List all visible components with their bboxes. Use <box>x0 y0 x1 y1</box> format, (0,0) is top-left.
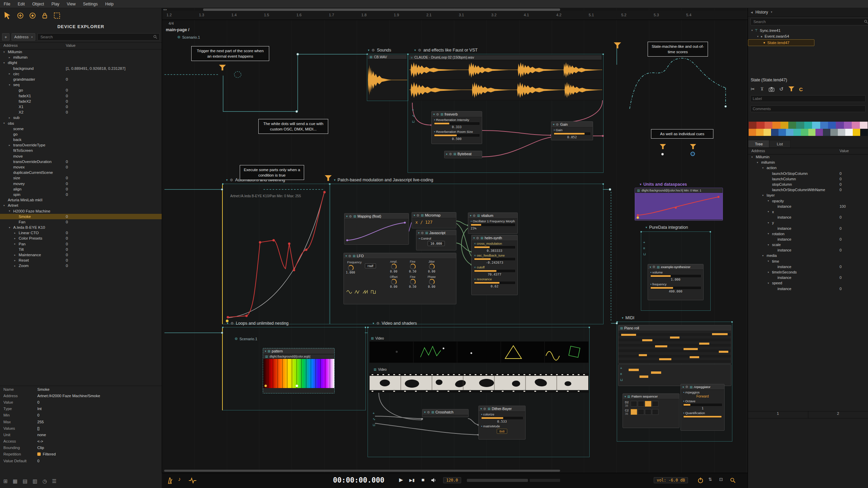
lfo-knob-cell[interactable]: Fine0.50 <box>403 275 422 288</box>
color-swatch[interactable] <box>749 129 756 136</box>
tab-list[interactable]: List <box>769 140 791 148</box>
param-row[interactable]: osc_feedback_tune-0.242673 <box>472 253 517 265</box>
lfo-mode-chip[interactable]: Half <box>365 263 376 268</box>
timeline-ruler[interactable]: 1.21.31.41.51.61.71.81.92.13.13.24.14.25… <box>162 11 748 20</box>
param-slider[interactable] <box>683 404 722 406</box>
expand-arrow-icon[interactable]: ▾ <box>768 210 772 213</box>
device-tree-row[interactable]: spin 0 <box>0 192 162 197</box>
param-slider[interactable] <box>434 122 479 125</box>
color-swatch[interactable] <box>796 122 804 129</box>
address-tree-row[interactable]: ▾ x <box>748 209 868 215</box>
metronome-icon[interactable] <box>166 477 173 484</box>
expand-arrow-icon[interactable]: ▾ <box>9 83 13 86</box>
expand-arrow-icon[interactable]: ▾ <box>757 161 761 164</box>
property-value[interactable]: Smoke <box>37 387 50 391</box>
param-slider[interactable] <box>474 246 515 248</box>
color-swatch[interactable] <box>793 129 801 136</box>
param-slider[interactable] <box>650 275 701 277</box>
expand-arrow-icon[interactable]: ▾ <box>3 204 8 207</box>
address-tree-row[interactable]: launchOrStopColumn 0 <box>748 171 868 176</box>
comment-box[interactable]: State-machine-like and out-of-time score… <box>648 42 708 57</box>
address-tree-row[interactable]: ▾ media <box>748 253 868 258</box>
device-tree-row[interactable]: ▸ Reset 0 <box>0 258 162 263</box>
expand-arrow-icon[interactable]: ▾ <box>768 271 772 274</box>
freeverb-node[interactable]: ▾⚙▤freeverb Reverberation Intensity0.333… <box>431 111 482 144</box>
address-tree-row[interactable]: ▾ rotation <box>748 231 868 237</box>
color-swatch[interactable] <box>852 122 860 129</box>
history-item-state[interactable]: ●State.tend47 <box>748 39 814 46</box>
tempo-value[interactable]: 120.0 <box>443 477 461 483</box>
property-value[interactable]: 255 <box>37 420 44 424</box>
knob[interactable] <box>391 279 397 285</box>
param-row[interactable]: Reverberation Intensity0.333 <box>432 117 482 129</box>
param-row[interactable]: colorize0.533 <box>479 412 525 424</box>
comment-box[interactable]: Trigger the next part of the score when … <box>191 46 269 61</box>
address-tree-row[interactable]: ▾ speed <box>748 280 868 286</box>
gear-icon[interactable]: ⚙ <box>416 214 419 217</box>
video-clip-label[interactable]: ▤Video <box>369 336 410 341</box>
midi-header[interactable]: ▾MIDI <box>622 316 634 320</box>
expand-arrow-icon[interactable]: ▸ <box>9 72 13 75</box>
sounds-header[interactable]: ▾⚙Sounds <box>368 48 391 53</box>
node-value[interactable]: 0 <box>66 99 68 103</box>
midi-lane-node[interactable]: +≡⊔ <box>618 364 731 386</box>
expand-arrow-icon[interactable]: ▸ <box>14 253 19 257</box>
horizontal-scrollbar-top[interactable] <box>203 8 560 11</box>
video-preview-strip[interactable] <box>369 341 589 363</box>
automation-curves[interactable] <box>223 184 329 323</box>
knob[interactable] <box>410 279 416 285</box>
node-header[interactable]: ▤Piano roll <box>618 325 731 331</box>
trigger-icon[interactable] <box>788 86 794 92</box>
pattern-sequencer-node[interactable]: ▾▤Pattern sequencer D238 C236 <box>623 393 679 428</box>
address-tree-row[interactable]: instance 0 <box>748 286 868 291</box>
library-view-icon[interactable]: ▦ <box>13 478 18 484</box>
expand-arrow-icon[interactable]: ▸ <box>14 242 19 245</box>
color-swatch[interactable] <box>853 129 860 136</box>
param-row[interactable]: volume1.000 <box>648 270 703 282</box>
address-tree-row[interactable]: instance 100 <box>748 204 868 209</box>
example-synthesizer-node[interactable]: ▾⚙▤example-synthesizer volume1.000freque… <box>648 264 704 300</box>
audio-clip-title[interactable]: ▤CB.WAV <box>368 55 407 59</box>
expand-arrow-icon[interactable]: ▾ <box>762 166 767 169</box>
color-swatch[interactable] <box>808 129 816 136</box>
node-value[interactable]: 0 <box>66 215 68 219</box>
param-row[interactable]: Oscillator 1 Frequency Morph Amo23% <box>468 219 517 230</box>
cue-trigger-icon[interactable] <box>690 144 696 150</box>
device-tree-row[interactable]: Smoke 0 <box>0 214 162 219</box>
device-tree-row[interactable]: duplicateCurrentScene <box>0 170 162 175</box>
device-tree-row[interactable]: go <box>0 131 162 137</box>
chevron-down-icon[interactable]: ▾ <box>771 11 772 14</box>
helm-synth-node[interactable]: ▾⚙▤helm-synth cross_modulation0.383333os… <box>471 235 518 295</box>
volume-display[interactable]: vol: -6.0 dB <box>654 477 688 483</box>
zoom-icon[interactable] <box>730 477 736 483</box>
param-row[interactable]: resonance0.62 <box>472 277 517 288</box>
device-tree-row[interactable]: fadeX1 0 <box>0 93 162 99</box>
comment-box[interactable]: The white dots will send a cue with cust… <box>258 119 328 134</box>
menu-file[interactable]: File <box>0 2 14 6</box>
node-header[interactable]: ▾⚙▤Mapping (float) <box>344 214 409 219</box>
param-slider[interactable] <box>481 417 523 419</box>
device-search-input[interactable] <box>40 35 151 39</box>
collapse-icon[interactable]: ◂ <box>751 10 753 15</box>
device-tree-row[interactable]: fadeX2 0 <box>0 99 162 104</box>
address-tree-row[interactable]: instance 0 <box>748 247 868 253</box>
device-tree-row[interactable]: move <box>0 154 162 159</box>
node-header[interactable]: ▾⚙▤vitalium <box>468 213 517 219</box>
address-tree-row[interactable]: launchOrStopColumnWithName 0 <box>748 187 868 192</box>
create-tool-icon[interactable] <box>17 12 24 19</box>
gear-icon[interactable]: ⚙ <box>348 254 351 258</box>
color-swatch[interactable] <box>772 122 780 129</box>
port-column[interactable]: +≡⊔ <box>643 241 646 256</box>
node-value[interactable]: 0 <box>66 110 68 114</box>
sine-wave-icon[interactable] <box>347 290 352 294</box>
vitalium-node[interactable]: ▾⚙▤vitalium Oscillator 1 Frequency Morph… <box>468 212 518 234</box>
project-view-icon[interactable]: ▤ <box>23 478 27 484</box>
gear-icon[interactable]: ⚙ <box>652 265 655 269</box>
param-row[interactable]: matrixMode8x8 <box>479 424 525 434</box>
node-value[interactable]: 100 <box>840 204 846 208</box>
node-value[interactable]: 0 <box>840 226 842 230</box>
step-row[interactable] <box>631 401 659 407</box>
device-tree-row[interactable]: fitToScreen <box>0 148 162 153</box>
device-tree-row[interactable]: ▸ sub <box>0 115 162 120</box>
node-header[interactable]: ▾▤Pattern sequencer <box>623 394 679 399</box>
